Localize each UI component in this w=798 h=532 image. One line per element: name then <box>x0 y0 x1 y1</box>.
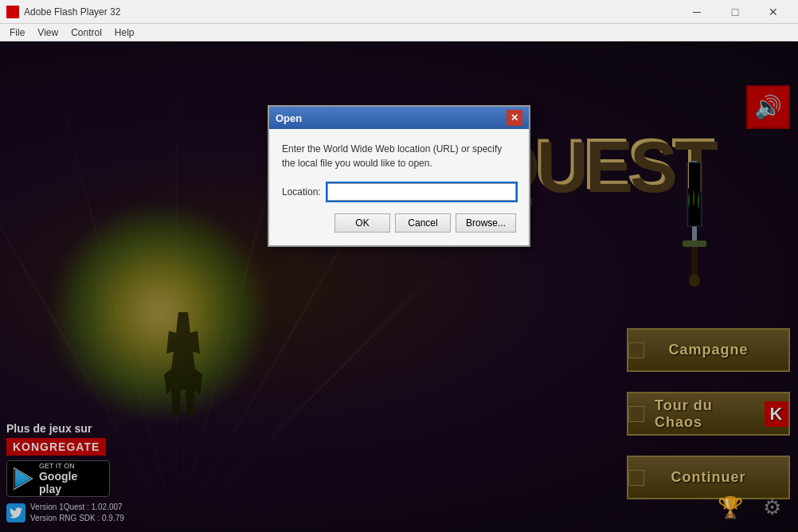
open-dialog: Open ✕ Enter the World Wide Web location… <box>268 105 530 247</box>
menubar: File View Control Help <box>0 24 798 41</box>
dialog-close-button[interactable]: ✕ <box>507 110 522 126</box>
svg-marker-0 <box>8 7 18 17</box>
location-input[interactable] <box>327 183 516 201</box>
location-label: Location: <box>282 186 321 198</box>
browse-button[interactable]: Browse... <box>456 213 516 233</box>
cancel-button[interactable]: Cancel <box>395 213 451 233</box>
location-row: Location: <box>282 183 516 201</box>
titlebar: Adobe Flash Player 32 ─ □ ✕ <box>0 0 798 24</box>
ok-button[interactable]: OK <box>334 213 390 233</box>
menu-help[interactable]: Help <box>108 25 141 40</box>
window-controls: ─ □ ✕ <box>679 0 792 24</box>
close-button[interactable]: ✕ <box>755 0 792 24</box>
dialog-buttons: OK Cancel Browse... <box>282 213 516 233</box>
app-icon <box>6 6 19 18</box>
dialog-description: Enter the World Wide Web location (URL) … <box>282 142 516 170</box>
menu-file[interactable]: File <box>3 25 31 40</box>
maximize-button[interactable]: □ <box>717 0 753 24</box>
dialog-body: Enter the World Wide Web location (URL) … <box>269 129 529 245</box>
dialog-titlebar: Open ✕ <box>269 107 529 129</box>
game-area: 1QUEST 🔊 Campagne 🔒 Tour du Chao <box>0 41 798 532</box>
dialog-overlay: Open ✕ Enter the World Wide Web location… <box>0 41 798 532</box>
menu-control[interactable]: Control <box>65 25 108 40</box>
minimize-button[interactable]: ─ <box>679 0 715 24</box>
window-title: Adobe Flash Player 32 <box>24 6 679 18</box>
dialog-title: Open <box>276 112 507 124</box>
menu-view[interactable]: View <box>31 25 65 40</box>
